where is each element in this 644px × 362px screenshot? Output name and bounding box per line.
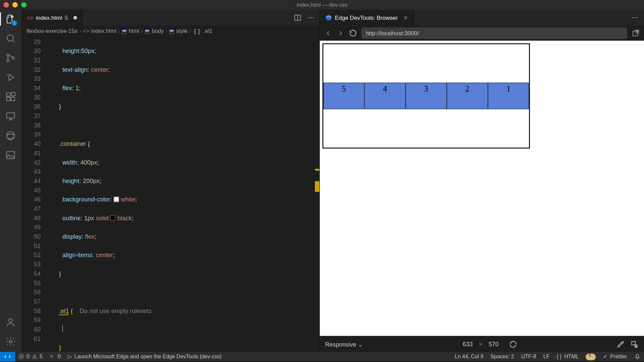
search-icon[interactable]	[5, 33, 16, 44]
breadcrumbs[interactable]: flexbox-exercise-15a› <> index.html› ⬒ h…	[21, 25, 319, 36]
code-text: align-items:	[62, 251, 94, 258]
notifications-icon[interactable]	[631, 354, 644, 360]
code-editor[interactable]: 2930313233343536373839404142434445464748…	[21, 36, 319, 352]
code-content[interactable]: height:50px; text-align: center; flex: 1…	[49, 36, 319, 352]
error-count: 0	[26, 354, 30, 360]
mac-traffic-lights	[4, 2, 27, 8]
browser-toolbar: http://localhost:3000/	[320, 25, 644, 41]
window-title: index.html — dev-css	[297, 2, 347, 8]
indentation-status[interactable]: Spaces: 2	[487, 354, 518, 360]
edge-icon	[325, 14, 332, 21]
remote-explorer-icon[interactable]	[5, 111, 16, 122]
source-control-icon[interactable]	[5, 52, 16, 64]
inspect-icon[interactable]	[631, 340, 639, 348]
viewport-height[interactable]: 570	[489, 341, 499, 348]
code-text: height:	[62, 177, 81, 184]
rendered-container: 5 4 3 2 1	[323, 44, 529, 148]
breadcrumb-node[interactable]: style	[176, 28, 187, 34]
svg-point-11	[9, 319, 12, 322]
open-external-icon[interactable]	[632, 29, 640, 37]
rendered-box: 3	[406, 83, 447, 109]
code-text: background-color:	[62, 196, 112, 203]
symbol-icon: ⬒	[169, 27, 174, 34]
browser-viewport[interactable]: 5 4 3 2 1	[320, 41, 644, 336]
devtools-panel: Edge DevTools: Browser ✕ http://localhos…	[320, 10, 644, 352]
dimension-separator: ×	[479, 341, 482, 348]
chevron-right-icon: ›	[141, 28, 143, 34]
ports-status[interactable]: ᯤ0	[46, 354, 64, 360]
run-debug-icon[interactable]	[5, 72, 16, 83]
chevron-right-icon: ›	[79, 28, 82, 34]
accounts-icon[interactable]	[5, 316, 16, 328]
code-text: white	[121, 196, 135, 203]
rotate-icon[interactable]	[509, 340, 517, 348]
code-text: outline:	[62, 215, 83, 222]
remote-indicator[interactable]	[0, 352, 15, 362]
code-text: width:	[62, 159, 78, 166]
tab-index-html[interactable]: <> index.html 5	[21, 10, 83, 25]
svg-rect-7	[11, 93, 15, 96]
breadcrumb-node[interactable]: body	[152, 28, 164, 34]
color-swatch-icon[interactable]	[110, 215, 116, 221]
edge-tools-icon[interactable]	[5, 130, 16, 141]
prettier-status[interactable]: ✓ Prettier	[599, 354, 631, 360]
svg-point-1	[7, 54, 9, 57]
overview-ruler[interactable]	[313, 36, 319, 352]
eol-status[interactable]: LF	[540, 354, 553, 360]
viewport-width[interactable]: 633	[463, 341, 473, 348]
breadcrumb-folder[interactable]: flexbox-exercise-15a	[26, 28, 77, 34]
problems-status[interactable]: ⓧ0 ⚠5	[15, 353, 46, 360]
svg-point-20	[637, 17, 638, 18]
rendered-box: 5	[323, 83, 365, 109]
minimize-window-button[interactable]	[12, 2, 18, 8]
launch-label: Launch Microsoft Edge and open the Edge …	[74, 354, 222, 360]
svg-rect-4	[7, 93, 10, 97]
more-actions-icon[interactable]	[307, 14, 315, 22]
go-live-status[interactable]: ㆝	[582, 353, 599, 360]
reload-button[interactable]	[349, 29, 357, 37]
svg-point-19	[634, 17, 635, 18]
debug-icon: ▷	[68, 354, 72, 360]
launch-edge-status[interactable]: ▷Launch Microsoft Edge and open the Edge…	[64, 354, 225, 360]
zoom-window-button[interactable]	[21, 2, 26, 8]
eyedropper-icon[interactable]	[616, 340, 625, 348]
symbol-css-icon: ⦃⦄	[193, 27, 202, 34]
svg-point-3	[12, 57, 14, 59]
svg-point-2	[7, 59, 9, 62]
window-titlebar: index.html — dev-css	[0, 0, 644, 10]
breadcrumb-node[interactable]: .el1	[204, 28, 213, 34]
explorer-badge: 1	[11, 20, 17, 26]
antenna-icon: ᯤ	[50, 354, 55, 360]
code-text: center	[96, 251, 113, 258]
cursor-position[interactable]: Ln 44, Col 9	[451, 354, 487, 360]
tab-edge-devtools[interactable]: Edge DevTools: Browser ✕	[320, 10, 414, 25]
settings-gear-icon[interactable]	[5, 336, 16, 347]
close-icon[interactable]: ✕	[403, 14, 408, 21]
svg-rect-5	[7, 97, 10, 101]
code-text: 400px	[80, 159, 97, 166]
ports-count: 0	[58, 354, 61, 360]
warning-count: 5	[40, 354, 43, 360]
close-window-button[interactable]	[4, 2, 9, 8]
code-text: flex:	[62, 84, 74, 92]
explorer-icon[interactable]: 1	[5, 13, 16, 25]
encoding-status[interactable]: UTF-8	[518, 354, 540, 360]
image-preview-icon[interactable]	[5, 149, 16, 161]
emulation-mode[interactable]: Responsive ⌄	[325, 341, 363, 348]
url-bar[interactable]: http://localhost:3000/	[361, 27, 627, 39]
forward-button[interactable]	[337, 29, 345, 37]
svg-point-0	[7, 35, 13, 41]
back-button[interactable]	[324, 29, 332, 37]
symbol-icon: ⬒	[145, 27, 150, 34]
svg-point-16	[313, 17, 314, 18]
dirty-indicator-icon	[73, 16, 77, 19]
extensions-icon[interactable]	[5, 91, 16, 103]
split-editor-icon[interactable]	[294, 14, 302, 22]
breadcrumb-node[interactable]: html	[129, 28, 139, 34]
more-actions-icon[interactable]	[631, 14, 639, 22]
language-mode[interactable]: { } HTML	[553, 354, 582, 360]
code-text: display:	[62, 233, 84, 240]
color-swatch-icon[interactable]	[114, 197, 119, 202]
breadcrumb-file[interactable]: index.html	[91, 28, 116, 34]
tab-label: index.html	[36, 14, 62, 21]
